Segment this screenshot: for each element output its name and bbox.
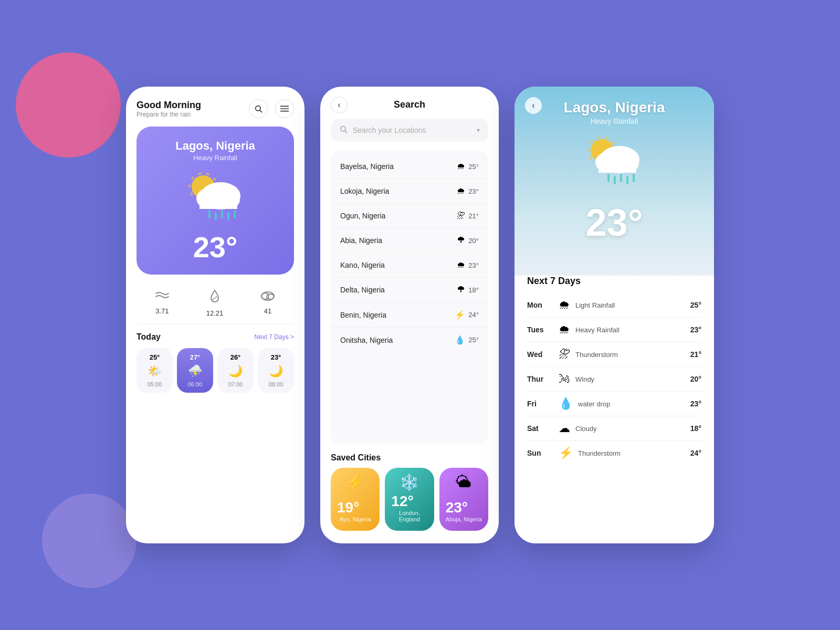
forecast-temp-5: 18°	[690, 424, 701, 433]
weather-icon-cloud-rain-sun	[181, 167, 249, 225]
hour-card-1[interactable]: 27° ⛈️ 06:00	[177, 348, 213, 393]
phone-main: Good Morning Prepare for the rain Lagos,…	[126, 87, 304, 543]
forecast-icon-5: ☁	[559, 422, 570, 435]
forecast-temp-3: 20°	[690, 375, 701, 383]
saved-cities-title: Saved Cities	[331, 453, 488, 463]
svg-rect-27	[598, 162, 636, 173]
location-item-6[interactable]: Benin, Nigeria ⚡ 24°	[331, 302, 488, 328]
decorative-blob-purple	[42, 494, 136, 588]
locations-list: Bayelsa, Nigeria 🌧 25° Lokoja, Nigeria 🌧…	[331, 150, 488, 445]
location-icon-0: 🌧	[457, 162, 465, 171]
forecast-day-6: Sun	[527, 449, 553, 457]
forecast-icon-4: 💧	[559, 397, 573, 411]
svg-rect-10	[200, 198, 237, 209]
location-icon-7: 💧	[455, 335, 465, 345]
city-temp-0: 19°	[337, 499, 373, 516]
hour-card-0[interactable]: 25° 🌤️ 05:00	[136, 348, 173, 393]
location-right-4: 🌧 23°	[457, 260, 479, 270]
menu-button[interactable]	[275, 99, 294, 118]
svg-line-21	[345, 131, 347, 133]
city-card-0[interactable]: ⚡ 19° Ayo, Nigeria	[331, 468, 380, 531]
hour-card-2[interactable]: 26° 🌙 07:00	[217, 348, 254, 393]
svg-rect-29	[614, 176, 616, 184]
city-temp-1: 12°	[391, 493, 427, 510]
location-item-4[interactable]: Kano, Nigeria 🌧 23°	[331, 253, 488, 278]
next7-title: Next 7 Days	[527, 276, 701, 287]
greeting-subtitle: Prepare for the rain	[136, 111, 201, 118]
stat-humidity: 12.21	[206, 289, 224, 317]
svg-rect-14	[227, 212, 229, 220]
detail-condition: Heavy Rainfall	[527, 117, 701, 125]
svg-rect-13	[221, 210, 223, 218]
stat-cloud: 41	[260, 289, 276, 317]
forecast-temp-1: 23°	[690, 326, 701, 334]
hour-temp-2: 26°	[230, 353, 241, 361]
city-card-icon-1: ❄️	[400, 473, 419, 491]
greeting-block: Good Morning Prepare for the rain	[136, 100, 201, 118]
forecast-row-6: Sun ⚡ Thunderstorm 24°	[527, 441, 701, 465]
location-icon-3: 🌩	[457, 236, 465, 245]
svg-point-19	[267, 294, 274, 299]
location-item-0[interactable]: Bayelsa, Nigeria 🌧 25°	[331, 154, 488, 179]
hour-temp-1: 27°	[190, 353, 201, 361]
detail-city: Lagos, Nigeria	[527, 99, 701, 116]
location-item-7[interactable]: Onitsha, Nigeria 💧 25°	[331, 328, 488, 352]
location-item-5[interactable]: Delta, Nigeria 🌩 18°	[331, 278, 488, 302]
city-name-0: Ayo, Nigeria	[337, 516, 373, 522]
svg-line-16	[213, 297, 217, 300]
forecast-condition-1: Heavy Rainfall	[575, 326, 690, 334]
location-item-2[interactable]: Ogun, Nigeria ⛈ 21°	[331, 204, 488, 228]
svg-rect-32	[633, 174, 635, 182]
back-button[interactable]: ‹	[331, 97, 348, 113]
city-card-icon-2: 🌥	[456, 473, 471, 491]
header-icons	[249, 99, 294, 118]
hour-time-0: 05:00	[148, 381, 162, 387]
location-right-7: 💧 25°	[455, 335, 479, 345]
forecast-day-0: Mon	[527, 301, 553, 309]
forecast-day-1: Tues	[527, 326, 553, 334]
weather-condition: Heavy Rainfall	[193, 154, 237, 162]
stats-row: 3.71 12.21 41	[136, 283, 294, 324]
location-right-5: 🌩 18°	[457, 285, 479, 295]
weather-card-main: Lagos, Nigeria Heavy Rainfall	[136, 127, 294, 275]
svg-rect-15	[234, 210, 236, 218]
city-name-2: Abuja, Nigeria	[446, 516, 482, 522]
hour-time-1: 06:00	[188, 381, 203, 387]
hour-icon-0: 🌤️	[148, 364, 162, 378]
search-button[interactable]	[249, 99, 268, 118]
location-right-2: ⛈ 21°	[457, 211, 479, 220]
detail-back-button[interactable]: ‹	[525, 97, 542, 114]
city-name-1: London, England	[391, 510, 427, 522]
location-item-1[interactable]: Lokoja, Nigeria 🌧 23°	[331, 179, 488, 204]
location-icon-6: ⚡	[455, 310, 465, 320]
svg-rect-31	[626, 176, 628, 184]
location-item-3[interactable]: Abia, Nigeria 🌩 20°	[331, 228, 488, 253]
location-icon-5: 🌩	[457, 285, 465, 295]
detail-weather-icon	[527, 131, 701, 198]
search-input[interactable]: Search your Locations	[353, 126, 471, 134]
city-card-2[interactable]: 🌥 23° Abuja, Nigeria	[439, 468, 488, 531]
location-right-1: 🌧 23°	[457, 186, 479, 196]
forecast-temp-4: 23°	[690, 400, 701, 408]
cloud-value: 41	[264, 307, 271, 315]
search-bar[interactable]: Search your Locations ▾	[331, 119, 488, 142]
next7-link[interactable]: Next 7 Days >	[254, 333, 294, 341]
weather-temp: 23°	[193, 230, 238, 264]
hour-card-3[interactable]: 23° 🌙 08:00	[258, 348, 294, 393]
main-header: Good Morning Prepare for the rain	[136, 99, 294, 118]
forecast-row-4: Fri 💧 water drop 23°	[527, 392, 701, 416]
forecast-condition-5: Cloudy	[575, 425, 690, 433]
city-card-1[interactable]: ❄️ 12° London, England	[385, 468, 434, 531]
forecast-condition-0: Light Rainfall	[575, 301, 690, 309]
forecast-icon-3: 🌬	[559, 372, 570, 386]
svg-rect-28	[607, 174, 610, 182]
search-title: Search	[394, 99, 425, 110]
hour-temp-0: 25°	[150, 353, 160, 361]
forecast-row-1: Tues 🌧 Heavy Rainfall 23°	[527, 318, 701, 342]
detail-temp: 23°	[527, 204, 701, 242]
location-right-6: ⚡ 24°	[455, 310, 479, 320]
location-right-0: 🌧 25°	[457, 162, 479, 171]
humidity-value: 12.21	[206, 309, 224, 317]
phone-detail: ‹ Lagos, Nigeria Heavy Rainfall 23° Next…	[514, 87, 714, 543]
hour-icon-1: ⛈️	[188, 364, 202, 378]
